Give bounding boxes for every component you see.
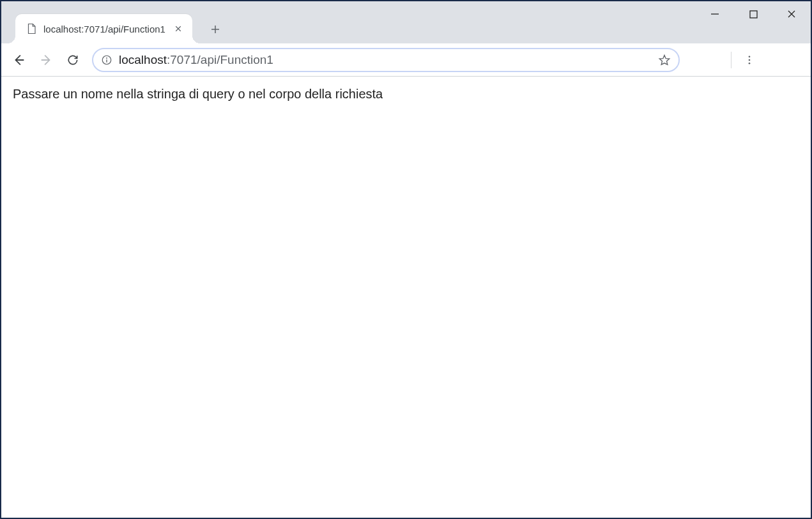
address-bar[interactable]: localhost:7071/api/Function1	[92, 48, 680, 72]
minimize-button[interactable]	[696, 1, 734, 27]
browser-titlebar: localhost:7071/api/Function1	[1, 1, 811, 43]
url-path: :7071/api/Function1	[167, 53, 273, 66]
tab-strip: localhost:7071/api/Function1	[1, 1, 227, 43]
page-viewport: Passare un nome nella stringa di query o…	[1, 77, 811, 112]
reload-button[interactable]	[61, 49, 84, 71]
tab-title: localhost:7071/api/Function1	[43, 24, 165, 34]
back-button[interactable]	[8, 49, 31, 71]
bookmark-button[interactable]	[655, 51, 673, 69]
close-window-button[interactable]	[772, 1, 811, 27]
maximize-button[interactable]	[734, 1, 772, 27]
page-body-text: Passare un nome nella stringa di query o…	[13, 87, 799, 102]
site-info-icon[interactable]	[101, 54, 112, 66]
url-text: localhost:7071/api/Function1	[119, 53, 649, 67]
browser-tab[interactable]: localhost:7071/api/Function1	[15, 14, 192, 43]
browser-toolbar: localhost:7071/api/Function1	[1, 43, 811, 77]
new-tab-button[interactable]	[204, 18, 227, 41]
url-host: localhost	[119, 53, 167, 66]
toolbar-separator	[731, 52, 732, 68]
forward-button[interactable]	[34, 49, 57, 71]
svg-point-4	[749, 59, 751, 61]
svg-point-5	[749, 62, 751, 64]
svg-point-2	[106, 57, 107, 59]
window-controls	[696, 1, 811, 27]
svg-point-3	[749, 56, 751, 57]
browser-menu-button[interactable]	[738, 49, 761, 71]
tab-close-button[interactable]	[172, 22, 185, 35]
svg-rect-0	[750, 11, 757, 18]
file-icon	[26, 23, 37, 34]
